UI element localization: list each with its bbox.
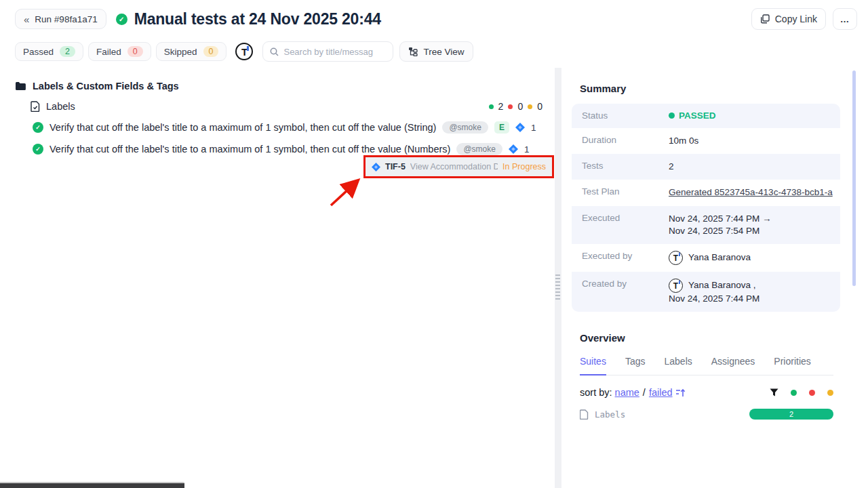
sort-direction-icon[interactable]: [675, 388, 686, 397]
tree-view-button[interactable]: Tree View: [399, 41, 473, 62]
executed-start: Nov 24, 2025 7:44 PM →: [669, 214, 772, 224]
back-to-run-button[interactable]: « Run #98fa1a71: [15, 9, 106, 29]
search-box[interactable]: [262, 41, 393, 62]
env-badge[interactable]: E: [494, 121, 509, 134]
passed-count-badge: 2: [60, 46, 75, 57]
pane-resize-divider[interactable]: [555, 68, 561, 488]
summary-row-createdby: Created by T Yana Baranova , Nov 24, 202…: [572, 272, 840, 312]
created-by-name: Yana Baranova ,: [688, 279, 756, 291]
filter-bar: Passed 2 Failed 0 Skipped 0 T Tree View: [0, 41, 868, 62]
test-passed-check-icon: ✓: [33, 144, 43, 155]
tests-value: 2: [669, 161, 674, 173]
issue-key: TIF-5: [385, 162, 406, 171]
sort-by-failed-link[interactable]: failed: [649, 387, 673, 398]
created-by-person: T Yana Baranova ,: [669, 279, 760, 293]
summary-row-duration: Duration 10m 0s: [572, 128, 840, 154]
executed-by-name: Yana Baranova: [688, 251, 751, 264]
overview-heading: Overview: [580, 332, 868, 344]
vertical-scrollbar-thumb[interactable]: [852, 70, 856, 286]
run-id-label: Run #98fa1a71: [35, 14, 97, 24]
row-label: Tests: [582, 161, 669, 171]
background-window-edge[interactable]: [0, 482, 184, 488]
suite-passed-count: 2: [498, 101, 504, 112]
row-label: Executed: [582, 213, 669, 223]
status-legend: [770, 388, 833, 396]
issue-status-badge: In Progress: [502, 162, 546, 171]
tree-view-label: Tree View: [423, 47, 464, 57]
created-at-date: Nov 24, 2025 7:44 PM: [669, 293, 760, 304]
search-input[interactable]: [283, 47, 386, 57]
copy-link-button[interactable]: Copy Link: [751, 8, 826, 30]
failed-label: Failed: [96, 47, 121, 57]
summary-row-status: Status PASSED: [572, 104, 840, 128]
failed-count-badge: 0: [127, 46, 143, 57]
filter-funnel-icon[interactable]: [770, 388, 778, 396]
passed-dot-icon: [489, 104, 494, 109]
test-run-page: « Run #98fa1a71 ✓ Manual tests at 24 Nov…: [0, 0, 868, 488]
passed-status-dot-icon: [669, 113, 675, 119]
test-passed-check-icon: ✓: [33, 122, 43, 133]
executed-end: Nov 24, 2025 7:54 PM: [669, 226, 760, 236]
filter-passed-chip[interactable]: Passed 2: [15, 42, 83, 61]
tab-priorities[interactable]: Priorities: [774, 356, 810, 375]
skipped-count-badge: 0: [203, 46, 219, 57]
file-icon: [580, 409, 589, 420]
suite-skipped-count: 0: [537, 101, 542, 112]
row-label: Created by: [582, 279, 669, 289]
sort-by-name-link[interactable]: name: [615, 387, 639, 398]
folder-icon: [15, 81, 26, 91]
more-actions-button[interactable]: …: [833, 8, 857, 30]
user-avatar[interactable]: T: [235, 43, 253, 60]
summary-row-tests: Tests 2: [572, 154, 840, 180]
linked-issue-count: 1: [524, 144, 530, 155]
sort-separator: /: [643, 387, 646, 398]
tree-suite-row[interactable]: Labels 2 0 0: [0, 96, 555, 117]
status-text: PASSED: [679, 110, 716, 121]
run-summary-sidebar: Summary Status PASSED Duration 10m 0s Te…: [561, 68, 868, 488]
suite-failed-count: 0: [517, 101, 523, 112]
summary-heading: Summary: [580, 83, 868, 94]
jira-icon[interactable]: [515, 123, 525, 132]
jira-icon: [372, 163, 380, 171]
duration-value: 10m 0s: [669, 135, 698, 147]
test-row-string[interactable]: ✓ Verify that cut off the label's title …: [0, 117, 555, 138]
passed-count-bar[interactable]: 2: [749, 409, 833, 420]
overview-suite-name: Labels: [595, 409, 625, 420]
legend-skipped-dot-icon[interactable]: [827, 390, 833, 396]
legend-passed-dot-icon[interactable]: [791, 390, 797, 396]
skipped-label: Skipped: [164, 47, 197, 57]
passed-label: Passed: [23, 47, 54, 57]
tab-labels[interactable]: Labels: [665, 356, 692, 375]
summary-row-executedby: Executed by T Yana Baranova: [572, 244, 840, 272]
suite-name: Labels: [46, 101, 75, 112]
filter-failed-chip[interactable]: Failed 0: [88, 42, 151, 61]
failed-dot-icon: [508, 104, 513, 109]
legend-failed-dot-icon[interactable]: [809, 390, 815, 396]
executed-by-value: T Yana Baranova: [669, 251, 751, 265]
tab-tags[interactable]: Tags: [625, 356, 646, 375]
row-label: Executed by: [582, 251, 669, 261]
issue-title: View Accommodation Det...: [410, 162, 498, 171]
user-avatar: T: [669, 279, 683, 293]
tab-suites[interactable]: Suites: [580, 356, 606, 375]
smoke-tag-badge[interactable]: @smoke: [442, 121, 488, 134]
run-passed-check-icon: ✓: [116, 14, 127, 25]
filter-skipped-chip[interactable]: Skipped 0: [156, 42, 227, 61]
smoke-tag-badge[interactable]: @smoke: [456, 143, 502, 155]
sort-by-label: sort by:: [580, 387, 612, 398]
drag-handle-icon[interactable]: [555, 274, 560, 300]
search-icon: [270, 47, 279, 56]
summary-table: Status PASSED Duration 10m 0s Tests 2 Te…: [572, 104, 840, 312]
row-label: Duration: [582, 135, 669, 145]
header: « Run #98fa1a71 ✓ Manual tests at 24 Nov…: [0, 0, 868, 38]
header-actions: Copy Link …: [751, 8, 857, 30]
row-label: Status: [582, 110, 669, 121]
tab-assignees[interactable]: Assignees: [711, 356, 755, 375]
copy-icon: [760, 14, 770, 24]
tree-folder-row[interactable]: Labels & Custom Fields & Tags: [0, 76, 555, 96]
overview-suite-row[interactable]: Labels 2: [580, 409, 833, 420]
test-plan-link[interactable]: Generated 8523745a-413c-4738-bcb1-a: [669, 186, 833, 199]
linked-issue-popup[interactable]: TIF-5 View Accommodation Det... In Progr…: [363, 155, 554, 178]
jira-icon[interactable]: [509, 144, 518, 154]
linked-issue-count: 1: [531, 123, 536, 133]
